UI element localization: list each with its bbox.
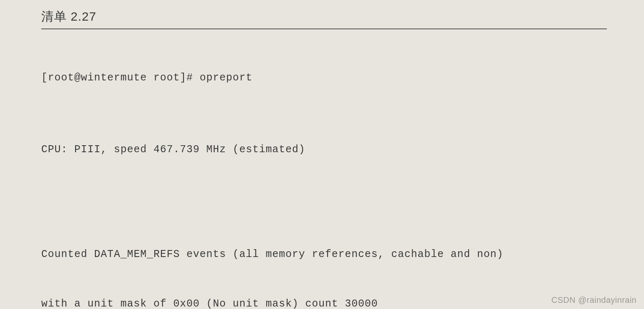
terminal-output: [root@wintermute root]# opreport CPU: PI…: [41, 37, 607, 309]
counted1-line1: Counted DATA_MEM_REFS events (all memory…: [41, 246, 607, 263]
watermark-credit: CSDN @raindayinrain: [551, 295, 637, 305]
cpu-line: CPU: PIII, speed 467.739 MHz (estimated): [41, 142, 607, 158]
title-divider: [41, 28, 607, 29]
counted1-line2: with a unit mask of 0x00 (No unit mask) …: [41, 296, 607, 309]
prompt-line: [root@wintermute root]# opreport: [41, 70, 607, 86]
counted-block-1: Counted DATA_MEM_REFS events (all memory…: [41, 213, 607, 309]
document-page: 清单 2.27 [root@wintermute root]# opreport…: [0, 0, 644, 309]
listing-title: 清单 2.27: [41, 8, 607, 25]
